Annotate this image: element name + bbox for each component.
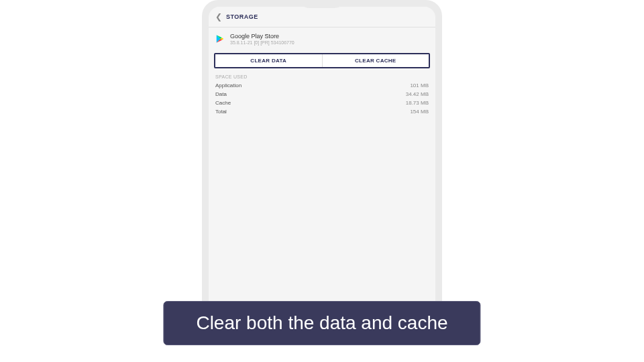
clear-cache-button[interactable]: CLEAR CACHE bbox=[323, 54, 429, 67]
device-notch bbox=[299, 0, 345, 8]
stat-label: Data bbox=[215, 91, 227, 97]
header-bar: ❮ STORAGE bbox=[209, 7, 435, 27]
stat-row-application: Application 101 MB bbox=[209, 81, 435, 90]
space-used-label: SPACE USED bbox=[209, 72, 435, 81]
stat-row-data: Data 34.42 MB bbox=[209, 90, 435, 99]
app-info: Google Play Store 35.8.11-21 [0] [PR] 53… bbox=[230, 33, 429, 45]
stat-value: 34.42 MB bbox=[406, 91, 429, 97]
app-name: Google Play Store bbox=[230, 33, 429, 40]
tablet-frame: ❮ STORAGE Google Play Store 35.8.11-21 [… bbox=[202, 0, 442, 322]
stat-row-total: Total 154 MB bbox=[209, 107, 435, 116]
play-store-icon bbox=[215, 34, 225, 44]
action-button-row: CLEAR DATA CLEAR CACHE bbox=[214, 53, 430, 68]
instruction-caption: Clear both the data and cache bbox=[163, 301, 480, 345]
stat-row-cache: Cache 18.73 MB bbox=[209, 99, 435, 107]
app-info-row: Google Play Store 35.8.11-21 [0] [PR] 53… bbox=[209, 27, 435, 50]
stat-value: 18.73 MB bbox=[406, 100, 429, 106]
screen: ❮ STORAGE Google Play Store 35.8.11-21 [… bbox=[209, 7, 435, 315]
stat-value: 101 MB bbox=[410, 82, 429, 88]
back-icon[interactable]: ❮ bbox=[215, 12, 222, 21]
page-title: STORAGE bbox=[226, 13, 258, 20]
stat-label: Cache bbox=[215, 100, 231, 106]
stat-value: 154 MB bbox=[410, 109, 429, 115]
stat-label: Application bbox=[215, 82, 241, 88]
app-version: 35.8.11-21 [0] [PR] 534106770 bbox=[230, 40, 429, 45]
stat-label: Total bbox=[215, 109, 227, 115]
clear-data-button[interactable]: CLEAR DATA bbox=[215, 54, 323, 67]
